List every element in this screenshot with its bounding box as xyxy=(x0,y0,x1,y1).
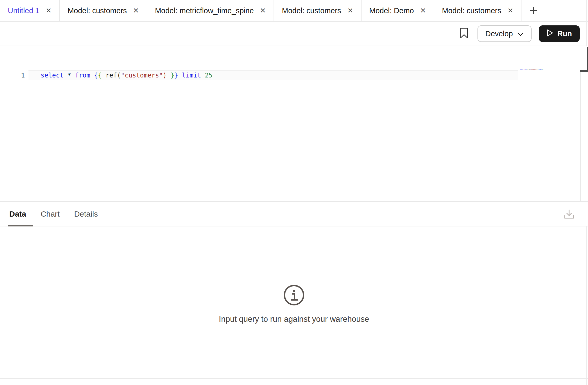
code-token: } xyxy=(171,72,174,79)
results-empty-state: Input query to run against your warehous… xyxy=(0,284,588,324)
code-token: from xyxy=(75,72,90,79)
run-button[interactable]: Run xyxy=(539,25,580,42)
minimap-token: select xyxy=(520,69,523,70)
minimap-divider xyxy=(580,72,581,201)
right-edge-divider xyxy=(586,0,587,46)
editor-minimap[interactable]: select * from {{ ref("customers") }} lim… xyxy=(520,69,543,70)
code-token: } xyxy=(174,72,178,79)
code-token: ref( xyxy=(102,72,121,79)
close-icon[interactable]: ✕ xyxy=(347,7,353,14)
minimap-token: ref( xyxy=(528,69,531,70)
download-icon xyxy=(563,208,575,221)
tab-chart[interactable]: Chart xyxy=(41,210,60,218)
tab-model-customers-3[interactable]: Model: customers ✕ xyxy=(434,0,521,21)
code-token: ") xyxy=(159,72,167,79)
tab-label: Untitled 1 xyxy=(8,6,40,15)
code-token xyxy=(167,72,171,79)
tab-data[interactable]: Data xyxy=(9,210,26,218)
code-token: 25 xyxy=(205,72,213,79)
tab-label: Model: customers xyxy=(282,6,341,15)
tab-model-customers-2[interactable]: Model: customers ✕ xyxy=(274,0,361,21)
tab-label: Model: metricflow_time_spine xyxy=(155,6,254,15)
minimap-token: from xyxy=(524,69,526,70)
code-token: limit xyxy=(182,72,201,79)
sql-editor[interactable]: 1 select * from {{ ref("customers") }} l… xyxy=(0,46,588,201)
tab-untitled-1[interactable]: Untitled 1 ✕ xyxy=(0,0,60,21)
develop-button[interactable]: Develop xyxy=(477,25,531,42)
results-tab-bar: Data Chart Details xyxy=(0,202,588,226)
line-number: 1 xyxy=(0,71,25,80)
code-token: select xyxy=(41,72,64,79)
close-icon[interactable]: ✕ xyxy=(133,7,139,14)
bookmark-icon xyxy=(460,27,468,40)
tab-label: Model: Demo xyxy=(369,6,414,15)
minimap-token: 25 xyxy=(542,69,543,70)
chevron-down-icon xyxy=(517,30,524,38)
close-icon[interactable]: ✕ xyxy=(508,7,513,14)
active-tab-underline xyxy=(8,225,33,226)
ref-model-link[interactable]: customers xyxy=(125,72,159,79)
minimap-token: customers xyxy=(531,69,536,70)
tab-model-metricflow-time-spine[interactable]: Model: metricflow_time_spine ✕ xyxy=(147,0,274,21)
editor-toolbar: Develop Run xyxy=(0,22,588,46)
code-line[interactable]: select * from {{ ref("customers") }} lim… xyxy=(41,71,212,80)
code-token: * xyxy=(64,72,75,79)
develop-button-label: Develop xyxy=(485,30,513,38)
code-token xyxy=(90,72,94,79)
code-token: " xyxy=(121,72,125,79)
play-icon xyxy=(547,29,553,39)
code-token xyxy=(178,72,182,79)
results-tabs-border xyxy=(0,226,588,226)
tab-label: Model: customers xyxy=(68,6,127,15)
tab-details[interactable]: Details xyxy=(74,210,98,218)
code-token: { xyxy=(94,72,98,79)
bookmark-button[interactable] xyxy=(458,26,470,41)
ide-window: Untitled 1 ✕ Model: customers ✕ Model: m… xyxy=(0,0,588,385)
close-icon[interactable]: ✕ xyxy=(420,7,426,14)
bottom-divider xyxy=(0,378,588,379)
code-token xyxy=(201,72,205,79)
empty-state-message: Input query to run against your warehous… xyxy=(0,315,588,324)
run-button-label: Run xyxy=(557,30,572,38)
minimap-token: limit xyxy=(539,69,542,70)
info-icon xyxy=(283,284,305,307)
close-icon[interactable]: ✕ xyxy=(260,7,266,14)
editor-scrollbar-thumb[interactable] xyxy=(587,47,588,72)
tab-model-demo[interactable]: Model: Demo ✕ xyxy=(362,0,434,21)
close-icon[interactable]: ✕ xyxy=(46,7,52,14)
plus-icon xyxy=(528,5,539,16)
new-tab-button[interactable] xyxy=(521,0,545,21)
code-token: { xyxy=(98,72,102,79)
download-results-button[interactable] xyxy=(562,208,576,222)
tab-label: Model: customers xyxy=(442,6,501,15)
tab-bar: Untitled 1 ✕ Model: customers ✕ Model: m… xyxy=(0,0,588,22)
tab-model-customers-1[interactable]: Model: customers ✕ xyxy=(60,0,147,21)
